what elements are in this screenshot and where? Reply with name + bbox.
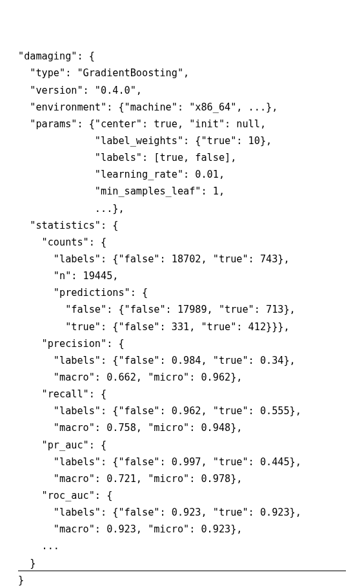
code-line: }	[18, 558, 35, 569]
code-line: ...	[18, 540, 59, 552]
code-line: "recall": {	[18, 388, 106, 400]
code-line: "macro": 0.662, "micro": 0.962},	[18, 372, 242, 383]
code-line: "labels": {"false": 0.923, "true": 0.923…	[18, 507, 301, 518]
code-line: "params": {"center": true, "init": null,	[18, 118, 266, 130]
code-line: "false": {"false": 17989, "true": 713},	[18, 304, 296, 315]
code-line: "counts": {	[18, 236, 106, 248]
code-block: "damaging": { "type": "GradientBoosting"…	[18, 48, 346, 588]
code-line: "n": 19445,	[18, 270, 118, 282]
code-line: "min_samples_leaf": 1,	[18, 185, 225, 197]
code-line: "environment": {"machine": "x86_64", ...…	[18, 101, 278, 113]
code-line: "learning_rate": 0.01,	[18, 169, 225, 180]
code-line: "damaging": {	[18, 50, 95, 62]
code-line: "predictions": {	[18, 287, 148, 299]
code-line: "label_weights": {"true": 10},	[18, 135, 272, 147]
code-line: "statistics": {	[18, 220, 118, 231]
code-line: "version": "0.4.0",	[18, 85, 142, 96]
code-line: "type": "GradientBoosting",	[18, 67, 189, 79]
code-line: }	[18, 574, 24, 586]
horizontal-rule	[18, 571, 346, 571]
code-line: "precision": {	[18, 338, 125, 350]
code-line: ...},	[18, 203, 125, 215]
code-line: "labels": {"false": 0.984, "true": 0.34}…	[18, 355, 296, 366]
code-line: "macro": 0.758, "micro": 0.948},	[18, 422, 242, 434]
code-line: "true": {"false": 331, "true": 412}}},	[18, 321, 290, 333]
code-line: "labels": {"false": 18702, "true": 743},	[18, 253, 290, 265]
code-line: "roc_auc": {	[18, 490, 112, 501]
code-line: "pr_auc": {	[18, 439, 106, 451]
code-line: "labels": {"false": 0.962, "true": 0.555…	[18, 405, 301, 417]
code-line: "labels": [true, false],	[18, 152, 236, 163]
code-line: "labels": {"false": 0.997, "true": 0.445…	[18, 456, 301, 468]
code-line: "macro": 0.721, "micro": 0.978},	[18, 473, 242, 485]
code-line: "macro": 0.923, "micro": 0.923},	[18, 523, 242, 535]
